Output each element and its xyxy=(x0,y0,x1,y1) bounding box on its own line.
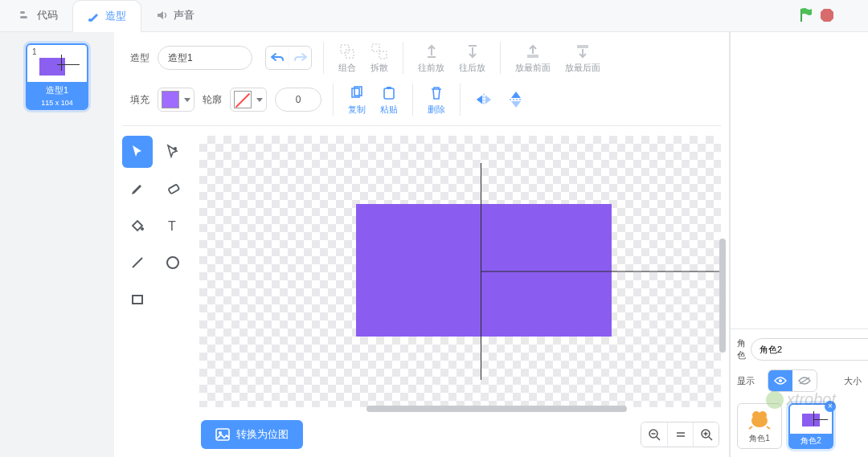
to-back-icon xyxy=(574,43,592,60)
arrow-up-icon xyxy=(423,43,440,60)
ungroup-button[interactable]: 拆散 xyxy=(367,43,391,74)
outline-width-input[interactable] xyxy=(275,88,321,112)
forward-button[interactable]: 往前放 xyxy=(415,43,448,74)
svg-point-30 xyxy=(779,379,782,382)
canvas[interactable] xyxy=(199,136,721,407)
sprite2-thumb xyxy=(790,408,832,432)
svg-rect-19 xyxy=(216,429,229,440)
arrow-down-icon xyxy=(464,43,481,60)
undo-button[interactable] xyxy=(266,47,289,69)
show-label: 显示 xyxy=(737,375,760,387)
sprite2-label: 角色2 xyxy=(789,434,833,448)
brush-tool[interactable] xyxy=(122,173,153,205)
sprite1-label: 角色1 xyxy=(738,431,781,444)
svg-rect-18 xyxy=(133,296,142,304)
chevron-down-icon xyxy=(256,98,263,102)
close-icon[interactable]: × xyxy=(825,401,836,412)
copy-button[interactable]: 复制 xyxy=(345,84,369,116)
eraser-tool[interactable] xyxy=(158,173,188,205)
costume-label: 造型 xyxy=(122,51,149,65)
cat-icon xyxy=(738,407,781,431)
flip-v-icon xyxy=(507,91,525,108)
code-icon xyxy=(19,9,32,22)
reshape-tool[interactable] xyxy=(158,136,188,168)
sprite-label: 角色 xyxy=(737,337,746,361)
svg-line-27 xyxy=(709,437,712,440)
fill-label: 填充 xyxy=(122,93,149,107)
svg-rect-5 xyxy=(346,50,354,58)
rect-tool[interactable] xyxy=(122,284,153,316)
purple-rect-shape[interactable] xyxy=(356,204,612,337)
flip-h-icon xyxy=(475,91,493,108)
svg-rect-1 xyxy=(20,16,27,18)
group-button[interactable]: 组合 xyxy=(335,43,359,74)
tab-sounds[interactable]: 声音 xyxy=(141,0,209,31)
fill-tool[interactable] xyxy=(122,210,153,242)
costume-name-input[interactable] xyxy=(158,46,252,70)
sprite-name-input[interactable] xyxy=(751,338,868,361)
ungroup-icon xyxy=(371,43,388,60)
svg-rect-4 xyxy=(341,45,349,53)
show-visible-button[interactable] xyxy=(768,370,792,391)
costume-name: 造型1 xyxy=(27,82,88,99)
front-button[interactable]: 放最前面 xyxy=(512,43,554,74)
flip-vertical-button[interactable] xyxy=(504,91,528,108)
costume-card[interactable]: 1 造型1 115 x 104 xyxy=(26,43,88,110)
text-tool[interactable]: T xyxy=(158,210,188,242)
sprite-card-1[interactable]: 角色1 xyxy=(737,403,782,449)
zoom-out-button[interactable] xyxy=(641,422,667,447)
right-pane: 角色 显示 大小 角色1 xyxy=(730,32,868,457)
back-button[interactable]: 放最后面 xyxy=(562,43,604,74)
convert-label: 转换为位图 xyxy=(236,427,289,442)
paste-button[interactable]: 粘贴 xyxy=(377,84,401,116)
zoom-in-button[interactable] xyxy=(693,422,719,447)
chevron-down-icon xyxy=(184,98,190,102)
tab-code[interactable]: 代码 xyxy=(5,0,72,31)
fill-swatch xyxy=(162,91,179,108)
svg-text:T: T xyxy=(168,219,176,233)
svg-rect-11 xyxy=(387,87,391,89)
copy-icon xyxy=(348,84,366,102)
center-marker-horizontal xyxy=(481,271,721,272)
line-tool[interactable] xyxy=(122,247,153,279)
sprite-card-2[interactable]: × 角色2 xyxy=(788,403,833,449)
circle-tool[interactable] xyxy=(158,247,188,279)
green-flag-icon[interactable] xyxy=(797,6,815,24)
outline-label: 轮廓 xyxy=(203,93,222,107)
outline-picker[interactable] xyxy=(230,88,267,112)
paint-editor: 造型 组合 拆散 xyxy=(114,32,730,457)
paste-icon xyxy=(380,84,398,102)
trash-icon xyxy=(428,84,445,102)
svg-line-22 xyxy=(657,437,660,440)
delete-button[interactable]: 删除 xyxy=(424,84,448,116)
svg-rect-13 xyxy=(168,184,179,194)
select-tool[interactable] xyxy=(122,136,153,168)
flip-horizontal-button[interactable] xyxy=(472,91,496,108)
horizontal-scrollbar[interactable] xyxy=(366,406,628,412)
redo-button[interactable] xyxy=(289,47,311,69)
costume-list: 1 造型1 115 x 104 xyxy=(0,32,114,457)
tool-grid: T xyxy=(122,136,188,407)
convert-to-bitmap-button[interactable]: 转换为位图 xyxy=(201,420,303,449)
tab-sounds-label: 声音 xyxy=(174,8,194,22)
svg-line-16 xyxy=(133,258,142,267)
size-label: 大小 xyxy=(844,375,862,387)
zoom-reset-button[interactable] xyxy=(667,422,693,447)
tab-costumes-label: 造型 xyxy=(105,9,126,23)
fill-picker[interactable] xyxy=(158,88,194,112)
stage-preview[interactable] xyxy=(731,32,868,329)
svg-point-34 xyxy=(759,411,767,419)
backward-button[interactable]: 往后放 xyxy=(456,43,489,74)
vertical-scrollbar[interactable] xyxy=(719,239,726,353)
svg-rect-7 xyxy=(379,51,387,59)
outline-swatch-none xyxy=(234,91,252,108)
to-front-icon xyxy=(524,43,542,60)
svg-point-12 xyxy=(174,147,177,150)
stop-icon[interactable] xyxy=(820,8,834,22)
tab-costumes[interactable]: 造型 xyxy=(72,0,141,32)
costume-thumb xyxy=(35,55,80,79)
show-hidden-button[interactable] xyxy=(792,370,817,391)
svg-point-17 xyxy=(167,257,178,268)
sound-icon xyxy=(156,9,169,22)
zoom-group xyxy=(641,422,719,447)
